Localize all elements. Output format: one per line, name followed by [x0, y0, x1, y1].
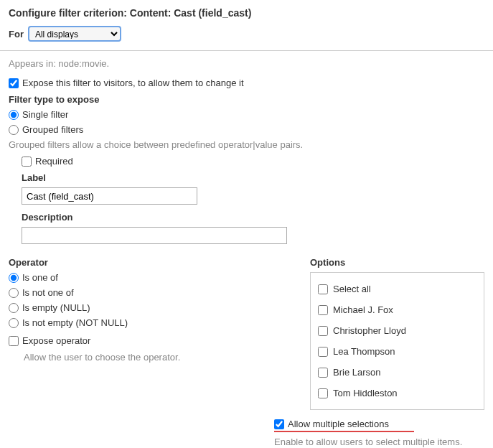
allow-multiple-label[interactable]: Allow multiple selections [288, 419, 389, 429]
operator-is-one-of-label[interactable]: Is one of [22, 272, 58, 283]
option-label[interactable]: Tom Hiddleston [333, 388, 398, 398]
operator-is-one-of-radio[interactable] [9, 273, 19, 283]
option-label[interactable]: Michael J. Fox [333, 304, 393, 315]
label-field-label: Label [22, 172, 484, 183]
required-label[interactable]: Required [35, 156, 73, 167]
dialog-title: Configure filter criterion: Content: Cas… [9, 7, 484, 19]
grouped-help-text: Grouped filters allow a choice between p… [9, 139, 484, 150]
allow-multiple-help: Enable to allow users to select multiple… [274, 437, 484, 447]
option-label[interactable]: Lea Thompson [333, 346, 395, 357]
option-checkbox[interactable] [318, 305, 328, 315]
operator-is-not-one-of-label[interactable]: Is not one of [22, 287, 74, 298]
expose-operator-checkbox[interactable] [9, 336, 19, 346]
operator-is-empty-label[interactable]: Is empty (NULL) [22, 302, 90, 313]
option-checkbox[interactable] [318, 326, 328, 336]
divider [0, 50, 493, 51]
options-box: Select all Michael J. Fox Christopher Ll… [310, 272, 484, 410]
option-select-all-checkbox[interactable] [318, 284, 328, 294]
appears-in-text: Appears in: node:movie. [9, 58, 484, 69]
option-label[interactable]: Christopher Lloyd [333, 325, 406, 336]
expose-filter-checkbox[interactable] [9, 78, 19, 88]
single-filter-radio[interactable] [9, 110, 19, 120]
expose-operator-label[interactable]: Expose operator [22, 335, 90, 346]
operator-is-not-one-of-radio[interactable] [9, 288, 19, 298]
required-checkbox[interactable] [22, 157, 32, 167]
grouped-filters-label[interactable]: Grouped filters [22, 124, 83, 135]
operator-is-not-empty-radio[interactable] [9, 318, 19, 328]
option-label[interactable]: Brie Larson [333, 367, 380, 378]
option-checkbox[interactable] [318, 388, 328, 398]
option-checkbox[interactable] [318, 368, 328, 378]
option-checkbox[interactable] [318, 347, 328, 357]
expose-filter-label[interactable]: Expose this filter to visitors, to allow… [22, 78, 244, 88]
for-select[interactable]: All displays [28, 26, 121, 42]
filter-type-label: Filter type to expose [9, 94, 484, 105]
description-input[interactable] [22, 227, 287, 244]
for-label: For [9, 29, 24, 39]
label-input[interactable] [22, 187, 197, 205]
description-field-label: Description [22, 212, 484, 223]
allow-multiple-checkbox[interactable] [274, 419, 284, 429]
single-filter-label[interactable]: Single filter [22, 109, 68, 120]
operator-is-empty-radio[interactable] [9, 303, 19, 313]
options-label: Options [310, 257, 484, 268]
highlight-underline [274, 431, 414, 432]
option-select-all-label[interactable]: Select all [333, 284, 371, 294]
expose-operator-help: Allow the user to choose the operator. [24, 352, 296, 363]
operator-is-not-empty-label[interactable]: Is not empty (NOT NULL) [22, 317, 128, 328]
operator-label: Operator [9, 257, 296, 268]
grouped-filters-radio[interactable] [9, 125, 19, 135]
